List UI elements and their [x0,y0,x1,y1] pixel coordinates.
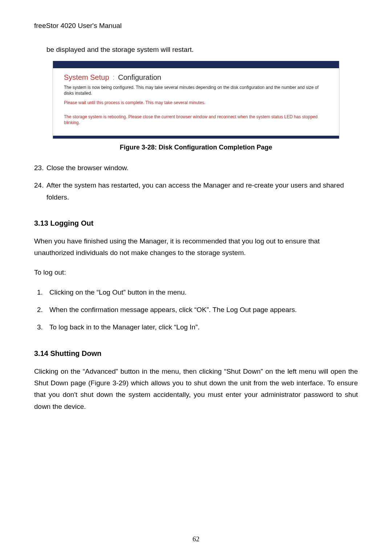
step-number: 3. [34,321,49,333]
step-23: 23. Close the browser window. [34,162,358,174]
step-text: After the system has restarted, you can … [46,180,358,203]
figure-line-1: The system is now being configured. This… [64,85,328,96]
shutdown-paragraph-1: Clicking on the “Advanced” button in the… [34,366,358,413]
figure-line-2: Please wait until this process is comple… [64,100,328,106]
figure-title: System Setup : Configuration [64,73,328,82]
step-number: 2. [34,304,49,316]
step-text: Clicking on the “Log Out” button in the … [49,287,358,298]
logout-step-3: 3. To log back in to the Manager later, … [34,321,358,333]
step-number: 24. [34,180,46,203]
figure-top-bar [53,61,339,68]
section-heading-shutdown: 3.14 Shutting Down [34,349,358,358]
step-number: 1. [34,287,49,298]
figure-bottom-bar [53,136,339,139]
logout-paragraph-1: When you have finished using the Manager… [34,235,358,259]
figure-line-3: The storage system is rebooting. Please … [64,114,328,126]
figure-screenshot: System Setup : Configuration The system … [53,61,339,139]
page-number: 62 [0,535,392,543]
logout-step-1: 1. Clicking on the “Log Out” button in t… [34,287,358,298]
figure-content: System Setup : Configuration The system … [53,68,339,136]
section-heading-logout: 3.13 Logging Out [34,219,358,227]
logout-step-2: 2. When the confirmation message appears… [34,304,358,316]
step-text: To log back in to the Manager later, cli… [49,321,358,333]
figure-title-black: Configuration [118,73,161,81]
step-number: 23. [34,162,46,174]
document-page: freeStor 4020 User's Manual be displayed… [0,0,392,554]
continued-sentence: be displayed and the storage system will… [46,46,358,54]
figure-title-separator: : [113,73,115,81]
figure-title-red: System Setup [64,73,109,81]
step-24: 24. After the system has restarted, you … [34,180,358,203]
figure-caption: Figure 3-28: Disk Configuration Completi… [34,144,358,151]
step-text: When the confirmation message appears, c… [49,304,358,316]
step-text: Close the browser window. [46,162,358,174]
logout-paragraph-2: To log out: [34,267,358,278]
manual-title: freeStor 4020 User's Manual [34,22,358,30]
